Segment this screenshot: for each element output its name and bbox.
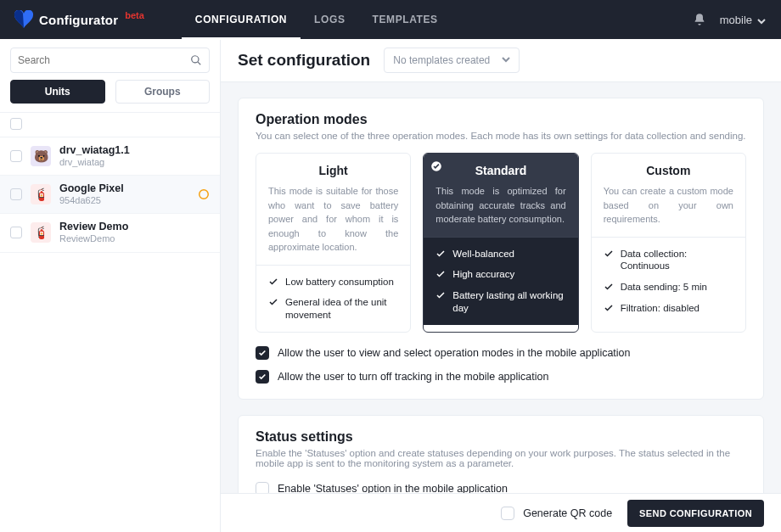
selected-indicator-icon [430, 160, 442, 172]
row-checkbox[interactable] [10, 150, 22, 162]
checkbox-icon [256, 346, 269, 360]
row-checkbox[interactable] [10, 188, 22, 200]
chevron-down-icon [757, 15, 766, 24]
sidebar: Units Groups 🐻 drv_wiatag1.1 drv_wiatag … [0, 39, 221, 532]
checkbox-icon [501, 507, 514, 520]
perm-view-modes[interactable]: Allow the user to view and select operat… [256, 346, 746, 360]
tab-configuration[interactable]: CONFIGURATION [182, 0, 301, 39]
select-all-row [0, 112, 220, 137]
operation-modes-heading: Operation modes [256, 112, 746, 127]
check-icon [435, 249, 446, 259]
mode-feature: General idea of the unit movement [285, 296, 398, 322]
check-icon [604, 249, 614, 259]
avatar-icon: 🐻 [31, 146, 51, 166]
nav-tabs: CONFIGURATION LOGS TEMPLATES [182, 0, 452, 39]
mode-feature: Low battery consumption [285, 276, 394, 288]
app-header: Configurator beta CONFIGURATION LOGS TEM… [0, 0, 781, 39]
account-menu[interactable]: mobile [720, 14, 766, 26]
mode-name: Standard [435, 164, 565, 177]
generate-qr-checkbox[interactable]: Generate QR code [501, 507, 612, 520]
perm-label: Allow the user to turn off tracking in t… [278, 371, 548, 383]
avatar-icon: 🧯 [31, 222, 51, 243]
mode-name: Light [268, 164, 398, 177]
list-item[interactable]: 🐻 drv_wiatag1.1 drv_wiatag [0, 137, 220, 176]
unit-title: Google Pixel [59, 182, 124, 195]
send-configuration-button[interactable]: SEND CONFIGURATION [627, 500, 764, 527]
mode-desc: This mode is optimized for obtaining acc… [435, 184, 565, 227]
brand-name: Configurator [39, 13, 118, 27]
brand-logo: Configurator beta [14, 10, 144, 29]
operation-modes-subheading: You can select one of the three operatio… [256, 131, 746, 141]
bell-icon[interactable] [693, 13, 706, 26]
mode-light[interactable]: Light This mode is suitable for those wh… [256, 153, 411, 333]
segment-groups[interactable]: Groups [115, 80, 211, 104]
mode-feature: Data collection: Continuous [621, 248, 733, 273]
mode-custom[interactable]: Custom You can create a custom mode base… [591, 153, 746, 333]
footer-bar: Generate QR code SEND CONFIGURATION [221, 493, 781, 532]
tab-templates[interactable]: TEMPLATES [359, 0, 452, 39]
account-label: mobile [720, 14, 752, 26]
card-operation-modes: Operation modes You can select one of th… [238, 98, 764, 400]
enable-statuses-label: Enable 'Statuses' option in the mobile a… [278, 483, 508, 493]
mode-feature: High accuracy [452, 268, 514, 281]
segment-units[interactable]: Units [10, 80, 105, 104]
row-checkbox[interactable] [10, 227, 22, 238]
checkbox-icon [256, 482, 269, 493]
mode-desc: You can create a custom mode based on yo… [604, 184, 733, 227]
list-item[interactable]: 🧯 Google Pixel 954da625 [0, 176, 220, 214]
warning-icon [198, 188, 210, 200]
unit-subtitle: drv_wiatag [59, 157, 130, 168]
mode-feature: Data sending: 5 min [621, 281, 707, 294]
list-item[interactable]: 🧯 Review Demo ReviewDemo [0, 214, 220, 252]
mode-feature: Battery lasting all working day [452, 289, 565, 315]
svg-point-0 [199, 190, 209, 199]
card-status-settings: Status settings Enable the 'Statuses' op… [238, 415, 764, 493]
check-icon [268, 297, 278, 307]
checkbox-icon [256, 370, 269, 384]
status-heading: Status settings [256, 429, 746, 445]
enable-statuses-checkbox[interactable]: Enable 'Statuses' option in the mobile a… [256, 482, 746, 493]
mode-standard[interactable]: Standard This mode is optimized for obta… [423, 153, 578, 333]
search-input[interactable] [10, 48, 210, 73]
check-icon [268, 277, 278, 287]
mode-name: Custom [604, 164, 733, 177]
status-subheading: Enable the 'Statuses' option and create … [256, 448, 746, 468]
check-icon [435, 269, 446, 279]
unit-title: Review Demo [59, 221, 128, 233]
heart-icon [14, 10, 34, 29]
mode-feature: Well-balanced [452, 248, 514, 260]
unit-subtitle: ReviewDemo [59, 233, 128, 244]
avatar-icon: 🧯 [31, 184, 51, 204]
select-all-checkbox[interactable] [10, 118, 22, 130]
check-icon [604, 303, 614, 313]
unit-list: 🐻 drv_wiatag1.1 drv_wiatag 🧯 Google Pixe… [0, 137, 220, 532]
check-icon [435, 290, 446, 300]
page-title: Set configuration [238, 51, 370, 70]
template-select[interactable]: No templates created [384, 48, 520, 73]
search-field[interactable] [18, 54, 190, 66]
unit-subtitle: 954da625 [59, 195, 124, 206]
main-panel: Set configuration No templates created O… [221, 39, 781, 532]
segment-toggle: Units Groups [0, 80, 220, 112]
modes-grid: Light This mode is suitable for those wh… [256, 153, 746, 333]
check-icon [604, 282, 614, 292]
content-scroll[interactable]: Operation modes You can select one of th… [221, 82, 781, 493]
search-icon [190, 54, 202, 66]
tab-logs[interactable]: LOGS [301, 0, 358, 39]
perm-label: Allow the user to view and select operat… [278, 347, 631, 359]
template-placeholder: No templates created [393, 54, 490, 66]
perm-turnoff-tracking[interactable]: Allow the user to turn off tracking in t… [256, 370, 746, 384]
beta-badge: beta [125, 10, 144, 20]
chevron-down-icon [502, 54, 510, 66]
mode-feature: Filtration: disabled [621, 302, 700, 315]
unit-title: drv_wiatag1.1 [59, 144, 130, 157]
mode-desc: This mode is suitable for those who want… [268, 184, 398, 255]
page-topbar: Set configuration No templates created [221, 39, 781, 82]
generate-qr-label: Generate QR code [523, 507, 612, 519]
